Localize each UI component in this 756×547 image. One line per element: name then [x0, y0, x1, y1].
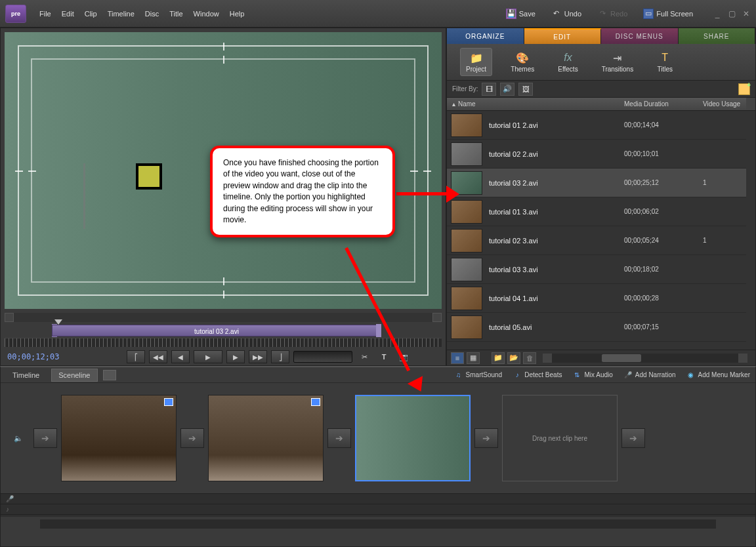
- goto-in-button[interactable]: ⎡: [127, 350, 145, 363]
- goto-out-button[interactable]: ⎦: [271, 350, 289, 363]
- clip-name: tutorial 05.avi: [489, 323, 598, 331]
- mix-audio-button[interactable]: ⇅ Mix Audio: [572, 371, 612, 380]
- add-menu-marker-button[interactable]: ◉ Add Menu Marker: [686, 371, 750, 380]
- menu-file[interactable]: File: [39, 10, 51, 18]
- timecode-display[interactable]: 00;00;12;03: [5, 352, 123, 361]
- tab-organize[interactable]: ORGANIZE: [447, 28, 524, 44]
- clip-row[interactable]: tutorial 05.avi00;00;07;15: [447, 313, 746, 342]
- scroll-left-button[interactable]: [5, 313, 14, 322]
- view-options-button[interactable]: [103, 370, 116, 380]
- soundtrack-track[interactable]: ♪: [1, 504, 755, 515]
- step-forward-button[interactable]: ▶: [226, 350, 245, 363]
- beats-icon: ♪: [513, 371, 522, 380]
- clip-row[interactable]: tutorial 01 3.avi00;00;06;02: [447, 197, 746, 226]
- clip-duration: 00;00;14;04: [624, 121, 703, 129]
- app-logo: pre: [5, 5, 26, 23]
- transitions-tool[interactable]: ⇥ Transitions: [597, 49, 639, 75]
- tab-share[interactable]: SHARE: [679, 28, 756, 44]
- trim-bar[interactable]: tutorial 03 2.avi: [5, 323, 442, 338]
- save-button[interactable]: 💾 Save: [502, 6, 539, 22]
- speaker-mute-icon[interactable]: 🔈: [14, 434, 30, 443]
- transition-slot[interactable]: ➔: [621, 428, 645, 448]
- menu-help[interactable]: Help: [230, 10, 245, 18]
- clip-row[interactable]: tutorial 02 3.avi00;00;05;241: [447, 226, 746, 255]
- scene-clip-3[interactable]: [355, 395, 471, 481]
- smartsound-button[interactable]: ♫ SmartSound: [454, 371, 503, 380]
- scene-clip-2[interactable]: [208, 395, 324, 481]
- menu-timeline[interactable]: Timeline: [108, 10, 135, 18]
- out-point-handle[interactable]: [376, 324, 381, 337]
- clip-row[interactable]: tutorial 03 2.avi00;00;25;121: [447, 169, 746, 197]
- filter-still-button[interactable]: 🖼: [518, 83, 533, 96]
- new-item-button[interactable]: [738, 83, 750, 95]
- preview-hscroll[interactable]: [5, 313, 442, 322]
- clip-list-header: ▴Name Media Duration Video Usage: [447, 98, 755, 111]
- rewind-button[interactable]: ◀◀: [149, 350, 167, 363]
- time-ruler[interactable]: [5, 338, 442, 347]
- project-hscroll[interactable]: [543, 354, 747, 363]
- scroll-right-button[interactable]: [432, 313, 442, 322]
- split-clip-button[interactable]: ✂: [356, 350, 372, 363]
- menu-clip[interactable]: Clip: [85, 10, 97, 18]
- menu-disc[interactable]: Disc: [145, 10, 159, 18]
- menu-items: File Edit Clip Timeline Disc Title Windo…: [39, 10, 244, 18]
- sceneline-hscroll[interactable]: [40, 519, 716, 529]
- filter-row: Filter By: 🎞 🔊 🖼: [447, 81, 755, 98]
- jog-shuttle[interactable]: [293, 351, 352, 363]
- open-folder-button[interactable]: 📂: [507, 352, 520, 364]
- undo-button[interactable]: ↶ Undo: [547, 6, 585, 22]
- project-tool[interactable]: 📁 Project: [460, 48, 492, 76]
- clip-list-vscroll[interactable]: [746, 111, 755, 350]
- effects-tool[interactable]: fx Effects: [553, 49, 583, 75]
- add-text-button[interactable]: T: [376, 350, 392, 363]
- themes-tool[interactable]: 🎨 Themes: [505, 49, 539, 75]
- delete-button[interactable]: 🗑: [523, 352, 536, 364]
- clip-row[interactable]: tutorial 02 2.avi00;00;10;01: [447, 140, 746, 169]
- clip-thumbnail: [451, 315, 482, 339]
- tab-edit[interactable]: EDIT: [524, 28, 602, 44]
- clip-row[interactable]: tutorial 04 1.avi00;00;00;28: [447, 284, 746, 313]
- new-folder-button[interactable]: 📁: [492, 352, 505, 364]
- save-label: Save: [519, 10, 536, 18]
- filter-audio-button[interactable]: 🔊: [500, 83, 514, 96]
- menu-window[interactable]: Window: [194, 10, 219, 18]
- scroll-thumb[interactable]: [602, 354, 641, 362]
- transition-slot[interactable]: ➔: [327, 428, 351, 448]
- scroll-left-button[interactable]: [543, 354, 552, 363]
- col-name-header[interactable]: ▴Name: [447, 100, 598, 108]
- add-narration-button[interactable]: 🎤 Add Narration: [623, 371, 676, 380]
- redo-button[interactable]: ↷ Redo: [593, 6, 631, 22]
- close-button[interactable]: ✕: [742, 9, 751, 18]
- tab-timeline[interactable]: Timeline: [6, 369, 46, 381]
- minimize-button[interactable]: _: [713, 9, 722, 18]
- transition-slot[interactable]: ➔: [474, 428, 498, 448]
- tab-disc-menus[interactable]: DISC MENUS: [601, 28, 679, 44]
- trim-region[interactable]: tutorial 03 2.avi: [52, 325, 381, 336]
- scene-clip-1[interactable]: [61, 395, 177, 481]
- narration-track[interactable]: 🎤: [1, 494, 755, 504]
- transition-slot[interactable]: ➔: [33, 428, 57, 448]
- maximize-button[interactable]: ▢: [727, 9, 736, 18]
- detect-beats-button[interactable]: ♪ Detect Beats: [513, 371, 562, 380]
- clip-type-icon: [164, 398, 173, 406]
- step-back-button[interactable]: ◀: [171, 350, 190, 363]
- col-usage-header[interactable]: Video Usage: [703, 100, 746, 108]
- play-button[interactable]: ▶: [194, 350, 222, 363]
- col-duration-header[interactable]: Media Duration: [624, 100, 703, 108]
- titles-tool[interactable]: T Titles: [652, 49, 678, 75]
- transition-slot[interactable]: ➔: [180, 428, 204, 448]
- list-view-button[interactable]: ≡: [451, 352, 464, 364]
- fast-forward-button[interactable]: ▶▶: [249, 350, 267, 363]
- clip-row[interactable]: tutorial 01 2.avi00;00;14;04: [447, 111, 746, 140]
- tab-sceneline[interactable]: Sceneline: [51, 369, 97, 382]
- scene-dropzone[interactable]: Drag next clip here: [502, 395, 618, 481]
- menu-title[interactable]: Title: [169, 10, 182, 18]
- clip-type-icon: [311, 398, 320, 406]
- clip-row[interactable]: tutorial 03 3.avi00;00;18;02: [447, 255, 746, 284]
- fullscreen-button[interactable]: ▭ Full Screen: [639, 6, 697, 22]
- menu-edit[interactable]: Edit: [62, 10, 74, 18]
- clip-list[interactable]: tutorial 01 2.avi00;00;14;04tutorial 02 …: [447, 111, 746, 350]
- filter-video-button[interactable]: 🎞: [482, 83, 496, 96]
- scroll-right-button[interactable]: [738, 354, 747, 363]
- icon-view-button[interactable]: ▦: [467, 352, 480, 364]
